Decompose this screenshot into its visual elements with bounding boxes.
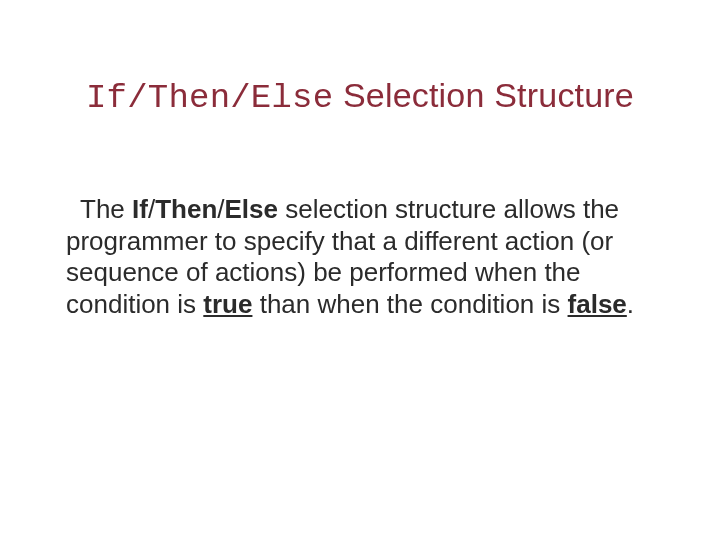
- word-false: false: [568, 289, 627, 319]
- title-area: If/Then/Else Selection Structure: [0, 76, 720, 118]
- body-text-0: The: [80, 194, 132, 224]
- slide: If/Then/Else Selection Structure The If/…: [0, 0, 720, 540]
- title-rest-part: Selection Structure: [333, 76, 634, 114]
- body-text-2: than when the condition is: [252, 289, 567, 319]
- title-mono-part: If/Then/Else: [86, 79, 333, 117]
- slide-title: If/Then/Else Selection Structure: [0, 76, 720, 118]
- body-area: The If/Then/Else selection structure all…: [66, 168, 666, 347]
- keyword-else: Else: [225, 194, 279, 224]
- body-text-3: .: [627, 289, 634, 319]
- word-true: true: [203, 289, 252, 319]
- keyword-then: Then: [155, 194, 217, 224]
- keyword-if: If: [132, 194, 148, 224]
- body-paragraph: The If/Then/Else selection structure all…: [66, 194, 666, 321]
- sep-2: /: [217, 194, 224, 224]
